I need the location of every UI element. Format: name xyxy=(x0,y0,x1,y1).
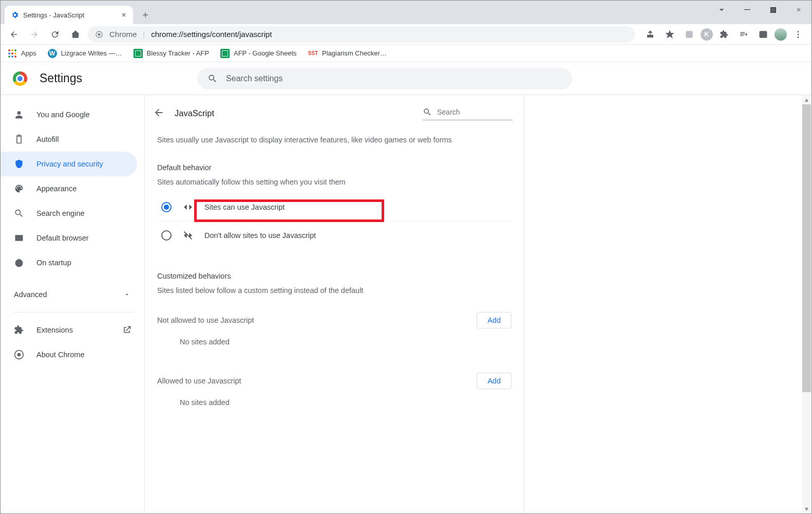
vertical-scrollbar[interactable]: ▲ ▼ xyxy=(802,95,811,513)
sidebar-item-search-engine[interactable]: Search engine xyxy=(1,201,137,226)
default-behavior-desc: Sites automatically follow this setting … xyxy=(157,177,512,187)
external-link-icon xyxy=(122,325,132,335)
sidebar-item-extensions[interactable]: Extensions xyxy=(1,318,137,342)
default-behavior-title: Default behavior xyxy=(157,163,512,172)
scroll-down-arrow-icon[interactable]: ▼ xyxy=(802,504,811,513)
settings-search[interactable]: Search settings xyxy=(197,68,572,89)
svg-point-13 xyxy=(17,353,21,357)
svg-rect-0 xyxy=(744,9,750,10)
caret-down-icon xyxy=(124,291,130,298)
sidebar-item-appearance[interactable]: Appearance xyxy=(1,176,137,201)
omni-prefix: Chrome xyxy=(109,30,137,39)
settings-sidebar: You and Google Autofill Privacy and secu… xyxy=(1,95,144,513)
sidebar-item-on-startup[interactable]: On startup xyxy=(1,250,137,275)
toolbar-right: K xyxy=(639,26,806,43)
profile-avatar[interactable] xyxy=(775,28,787,41)
code-icon xyxy=(183,202,193,212)
shield-icon xyxy=(14,159,24,169)
code-off-icon xyxy=(183,230,193,241)
allowlist-title: Allowed to use Javascript xyxy=(157,376,241,386)
extensions-icon[interactable] xyxy=(716,26,732,43)
svg-rect-5 xyxy=(760,31,767,38)
option-block-javascript[interactable]: Don't allow sites to use Javascript xyxy=(157,222,512,249)
address-bar[interactable]: Chrome | chrome://settings/content/javas… xyxy=(88,26,635,43)
svg-point-9 xyxy=(798,36,799,38)
forward-button[interactable] xyxy=(26,26,43,43)
sidebar-item-privacy-and-security[interactable]: Privacy and security xyxy=(1,152,137,176)
chrome-icon xyxy=(14,350,24,360)
person-icon xyxy=(14,109,24,120)
share-icon[interactable] xyxy=(642,26,658,43)
panel-search-input[interactable] xyxy=(437,108,504,116)
wordpress-icon: W xyxy=(48,49,57,58)
apps-grid-icon xyxy=(8,49,17,58)
sidepanel-icon[interactable] xyxy=(755,26,771,43)
media-icon[interactable] xyxy=(735,26,752,43)
scroll-thumb[interactable] xyxy=(802,104,811,392)
panel-search[interactable] xyxy=(423,106,513,120)
bookmark-apps[interactable]: Apps xyxy=(8,49,36,58)
bookmark-blessy[interactable]: Blessy Tracker - AFP xyxy=(134,49,209,58)
svg-point-8 xyxy=(798,33,799,35)
svg-point-7 xyxy=(798,31,799,32)
search-icon xyxy=(423,107,432,117)
chrome-logo-icon xyxy=(13,71,27,86)
sidebar-item-default-browser[interactable]: Default browser xyxy=(1,226,137,250)
minimize-button[interactable] xyxy=(734,1,760,19)
back-button[interactable] xyxy=(6,26,22,43)
svg-rect-1 xyxy=(770,7,776,12)
customized-behaviors-desc: Sites listed below follow a custom setti… xyxy=(157,285,512,296)
plus-icon xyxy=(141,11,149,19)
bookmarks-bar: Apps WLizgrace Writes —… Blessy Tracker … xyxy=(1,45,811,62)
clipboard-icon xyxy=(14,134,24,144)
scroll-up-arrow-icon[interactable]: ▲ xyxy=(802,95,811,104)
blocklist-add-button[interactable]: Add xyxy=(477,312,512,328)
chevron-down-icon[interactable] xyxy=(709,1,734,19)
panel-back-button[interactable] xyxy=(153,107,164,120)
radio-unselected-icon xyxy=(161,230,172,241)
chrome-icon xyxy=(95,30,103,39)
bookmark-afp[interactable]: AFP - Google Sheets xyxy=(220,49,297,58)
sidebar-item-about-chrome[interactable]: About Chrome xyxy=(1,342,137,367)
puzzle-icon xyxy=(14,325,24,335)
kebab-menu-icon[interactable] xyxy=(790,26,806,43)
allowlist-empty: No sites added xyxy=(157,389,512,416)
home-button[interactable] xyxy=(67,26,84,43)
panel-title: JavaScript xyxy=(175,108,214,118)
tab-strip: Settings - JavaScript xyxy=(1,1,811,24)
settings-title: Settings xyxy=(40,71,82,85)
palette-icon xyxy=(14,183,24,194)
customized-behaviors-title: Customized behaviors xyxy=(157,272,512,280)
browser-tab[interactable]: Settings - JavaScript xyxy=(5,6,133,24)
tab-title: Settings - JavaScript xyxy=(23,11,84,19)
bookmark-lizgrace[interactable]: WLizgrace Writes —… xyxy=(48,49,122,58)
allowlist-add-button[interactable]: Add xyxy=(477,373,512,389)
account-k-icon[interactable]: K xyxy=(701,28,713,41)
browser-icon xyxy=(14,233,24,243)
radio-selected-icon xyxy=(161,202,172,212)
search-icon xyxy=(207,74,218,84)
close-window-button[interactable] xyxy=(786,1,811,19)
maximize-button[interactable] xyxy=(760,1,786,19)
sidebar-item-autofill[interactable]: Autofill xyxy=(1,127,137,152)
search-icon xyxy=(14,208,24,218)
option-allow-javascript[interactable]: Sites can use Javascript xyxy=(157,194,512,222)
close-icon[interactable] xyxy=(121,12,127,18)
sheets-icon xyxy=(134,49,143,58)
svg-point-3 xyxy=(98,33,100,35)
reload-button[interactable] xyxy=(47,26,63,43)
blocklist-empty: No sites added xyxy=(157,328,512,355)
gear-icon xyxy=(11,11,19,19)
sidebar-item-you-and-google[interactable]: You and Google xyxy=(1,102,137,127)
bookmark-plagiarism[interactable]: SSTPlagiarism Checker… xyxy=(308,49,387,57)
sidebar-advanced-toggle[interactable]: Advanced xyxy=(1,282,144,307)
settings-panel: JavaScript Sites usually use Javascript … xyxy=(144,95,524,513)
reader-icon[interactable] xyxy=(681,26,697,43)
new-tab-button[interactable] xyxy=(137,7,154,23)
bookmark-star-icon[interactable] xyxy=(662,26,678,43)
settings-search-placeholder: Search settings xyxy=(226,74,282,83)
sheets-icon xyxy=(220,49,230,58)
power-icon xyxy=(14,258,24,268)
omni-url: chrome://settings/content/javascript xyxy=(151,30,272,39)
sst-icon: SST xyxy=(308,50,318,56)
